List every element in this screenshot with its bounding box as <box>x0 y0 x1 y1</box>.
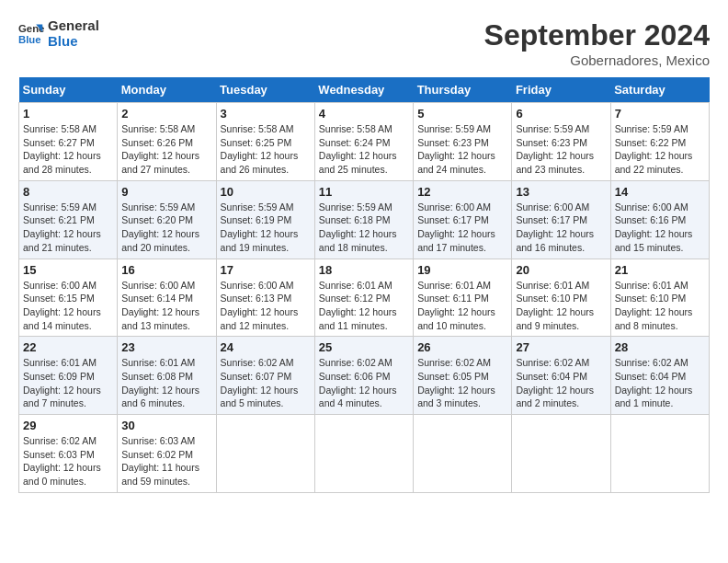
calendar-cell <box>610 415 709 493</box>
day-info: Sunrise: 5:59 AM Sunset: 6:23 PM Dayligh… <box>516 122 606 177</box>
day-info: Sunrise: 6:01 AM Sunset: 6:09 PM Dayligh… <box>23 356 113 410</box>
calendar-cell: 10Sunrise: 5:59 AM Sunset: 6:19 PM Dayli… <box>216 180 314 259</box>
calendar-week-row: 15Sunrise: 6:00 AM Sunset: 6:15 PM Dayli… <box>19 259 710 337</box>
day-info: Sunrise: 5:58 AM Sunset: 6:25 PM Dayligh… <box>221 122 311 177</box>
month-title: September 2024 <box>484 18 710 52</box>
day-number: 29 <box>23 419 113 432</box>
calendar-table: SundayMondayTuesdayWednesdayThursdayFrid… <box>18 77 710 493</box>
calendar-cell: 5Sunrise: 5:59 AM Sunset: 6:23 PM Daylig… <box>414 103 512 181</box>
day-info: Sunrise: 5:59 AM Sunset: 6:18 PM Dayligh… <box>319 201 409 255</box>
day-info: Sunrise: 5:58 AM Sunset: 6:26 PM Dayligh… <box>121 122 211 177</box>
logo: General Blue General Blue <box>18 18 99 49</box>
day-number: 4 <box>319 107 409 121</box>
calendar-cell: 4Sunrise: 5:58 AM Sunset: 6:24 PM Daylig… <box>314 103 413 181</box>
day-header-tuesday: Tuesday <box>216 77 314 103</box>
day-number: 3 <box>221 107 311 121</box>
day-number: 11 <box>319 185 409 199</box>
day-number: 16 <box>121 263 211 277</box>
logo-icon: General Blue <box>18 21 44 47</box>
day-info: Sunrise: 5:59 AM Sunset: 6:19 PM Dayligh… <box>221 201 311 255</box>
calendar-cell: 20Sunrise: 6:01 AM Sunset: 6:10 PM Dayli… <box>512 259 610 337</box>
calendar-cell: 1Sunrise: 5:58 AM Sunset: 6:27 PM Daylig… <box>19 103 118 181</box>
day-header-friday: Friday <box>512 77 610 103</box>
day-number: 25 <box>319 340 409 354</box>
day-info: Sunrise: 6:02 AM Sunset: 6:04 PM Dayligh… <box>516 356 606 410</box>
svg-text:Blue: Blue <box>18 33 41 44</box>
calendar-week-row: 8Sunrise: 5:59 AM Sunset: 6:21 PM Daylig… <box>19 180 710 259</box>
day-number: 21 <box>615 263 705 277</box>
day-info: Sunrise: 6:02 AM Sunset: 6:06 PM Dayligh… <box>319 356 409 410</box>
day-header-wednesday: Wednesday <box>314 77 413 103</box>
calendar-cell: 28Sunrise: 6:02 AM Sunset: 6:04 PM Dayli… <box>610 337 709 415</box>
calendar-cell: 12Sunrise: 6:00 AM Sunset: 6:17 PM Dayli… <box>414 180 512 259</box>
calendar-cell: 18Sunrise: 6:01 AM Sunset: 6:12 PM Dayli… <box>314 259 413 337</box>
day-info: Sunrise: 5:59 AM Sunset: 6:21 PM Dayligh… <box>23 201 113 255</box>
calendar-cell: 19Sunrise: 6:01 AM Sunset: 6:11 PM Dayli… <box>414 259 512 337</box>
day-number: 17 <box>221 263 311 277</box>
calendar-cell: 25Sunrise: 6:02 AM Sunset: 6:06 PM Dayli… <box>314 337 413 415</box>
page-header: General Blue General Blue September 2024… <box>18 18 710 68</box>
day-number: 10 <box>221 185 311 199</box>
day-info: Sunrise: 6:00 AM Sunset: 6:14 PM Dayligh… <box>121 279 211 333</box>
day-number: 27 <box>516 340 606 354</box>
day-number: 28 <box>615 340 705 354</box>
day-number: 12 <box>417 185 507 199</box>
calendar-week-row: 22Sunrise: 6:01 AM Sunset: 6:09 PM Dayli… <box>19 337 710 415</box>
title-block: September 2024 Gobernadores, Mexico <box>484 18 710 68</box>
day-info: Sunrise: 5:58 AM Sunset: 6:24 PM Dayligh… <box>319 122 409 177</box>
day-number: 22 <box>23 340 113 354</box>
day-number: 9 <box>121 185 211 199</box>
calendar-cell: 22Sunrise: 6:01 AM Sunset: 6:09 PM Dayli… <box>19 337 118 415</box>
day-info: Sunrise: 6:01 AM Sunset: 6:12 PM Dayligh… <box>319 279 409 333</box>
calendar-cell: 27Sunrise: 6:02 AM Sunset: 6:04 PM Dayli… <box>512 337 610 415</box>
day-number: 20 <box>516 263 606 277</box>
calendar-cell <box>414 415 512 493</box>
day-number: 30 <box>121 419 211 432</box>
calendar-cell: 23Sunrise: 6:01 AM Sunset: 6:08 PM Dayli… <box>118 337 216 415</box>
calendar-cell <box>216 415 314 493</box>
calendar-cell: 15Sunrise: 6:00 AM Sunset: 6:15 PM Dayli… <box>19 259 118 337</box>
day-info: Sunrise: 6:02 AM Sunset: 6:05 PM Dayligh… <box>417 356 507 410</box>
calendar-cell: 9Sunrise: 5:59 AM Sunset: 6:20 PM Daylig… <box>118 180 216 259</box>
calendar-cell: 8Sunrise: 5:59 AM Sunset: 6:21 PM Daylig… <box>19 180 118 259</box>
calendar-week-row: 1Sunrise: 5:58 AM Sunset: 6:27 PM Daylig… <box>19 103 710 181</box>
day-number: 7 <box>615 107 705 121</box>
day-info: Sunrise: 6:02 AM Sunset: 6:04 PM Dayligh… <box>615 356 705 410</box>
calendar-cell: 2Sunrise: 5:58 AM Sunset: 6:26 PM Daylig… <box>118 103 216 181</box>
day-number: 5 <box>417 107 507 121</box>
calendar-cell: 6Sunrise: 5:59 AM Sunset: 6:23 PM Daylig… <box>512 103 610 181</box>
calendar-cell: 26Sunrise: 6:02 AM Sunset: 6:05 PM Dayli… <box>414 337 512 415</box>
day-header-sunday: Sunday <box>19 77 118 103</box>
day-info: Sunrise: 6:02 AM Sunset: 6:03 PM Dayligh… <box>23 434 113 488</box>
day-info: Sunrise: 5:59 AM Sunset: 6:23 PM Dayligh… <box>417 122 507 177</box>
day-number: 14 <box>615 185 705 199</box>
logo-line1: General <box>48 18 99 34</box>
day-info: Sunrise: 5:59 AM Sunset: 6:20 PM Dayligh… <box>121 201 211 255</box>
calendar-cell: 21Sunrise: 6:01 AM Sunset: 6:10 PM Dayli… <box>610 259 709 337</box>
day-info: Sunrise: 6:00 AM Sunset: 6:16 PM Dayligh… <box>615 201 705 255</box>
location: Gobernadores, Mexico <box>484 52 710 68</box>
day-number: 19 <box>417 263 507 277</box>
calendar-cell: 17Sunrise: 6:00 AM Sunset: 6:13 PM Dayli… <box>216 259 314 337</box>
day-number: 8 <box>23 185 113 199</box>
day-info: Sunrise: 5:59 AM Sunset: 6:22 PM Dayligh… <box>615 122 705 177</box>
calendar-cell: 11Sunrise: 5:59 AM Sunset: 6:18 PM Dayli… <box>314 180 413 259</box>
day-number: 1 <box>23 107 113 121</box>
calendar-body: 1Sunrise: 5:58 AM Sunset: 6:27 PM Daylig… <box>19 103 710 493</box>
calendar-cell: 14Sunrise: 6:00 AM Sunset: 6:16 PM Dayli… <box>610 180 709 259</box>
calendar-header-row: SundayMondayTuesdayWednesdayThursdayFrid… <box>19 77 710 103</box>
day-info: Sunrise: 6:03 AM Sunset: 6:02 PM Dayligh… <box>121 434 211 488</box>
calendar-cell: 16Sunrise: 6:00 AM Sunset: 6:14 PM Dayli… <box>118 259 216 337</box>
calendar-week-row: 29Sunrise: 6:02 AM Sunset: 6:03 PM Dayli… <box>19 415 710 493</box>
calendar-cell <box>314 415 413 493</box>
day-info: Sunrise: 5:58 AM Sunset: 6:27 PM Dayligh… <box>23 122 113 177</box>
day-info: Sunrise: 6:02 AM Sunset: 6:07 PM Dayligh… <box>221 356 311 410</box>
day-number: 18 <box>319 263 409 277</box>
calendar-cell: 29Sunrise: 6:02 AM Sunset: 6:03 PM Dayli… <box>19 415 118 493</box>
day-header-thursday: Thursday <box>414 77 512 103</box>
calendar-cell: 7Sunrise: 5:59 AM Sunset: 6:22 PM Daylig… <box>610 103 709 181</box>
calendar-cell: 24Sunrise: 6:02 AM Sunset: 6:07 PM Dayli… <box>216 337 314 415</box>
calendar-cell: 3Sunrise: 5:58 AM Sunset: 6:25 PM Daylig… <box>216 103 314 181</box>
logo-line2: Blue <box>48 34 99 50</box>
day-header-saturday: Saturday <box>610 77 709 103</box>
